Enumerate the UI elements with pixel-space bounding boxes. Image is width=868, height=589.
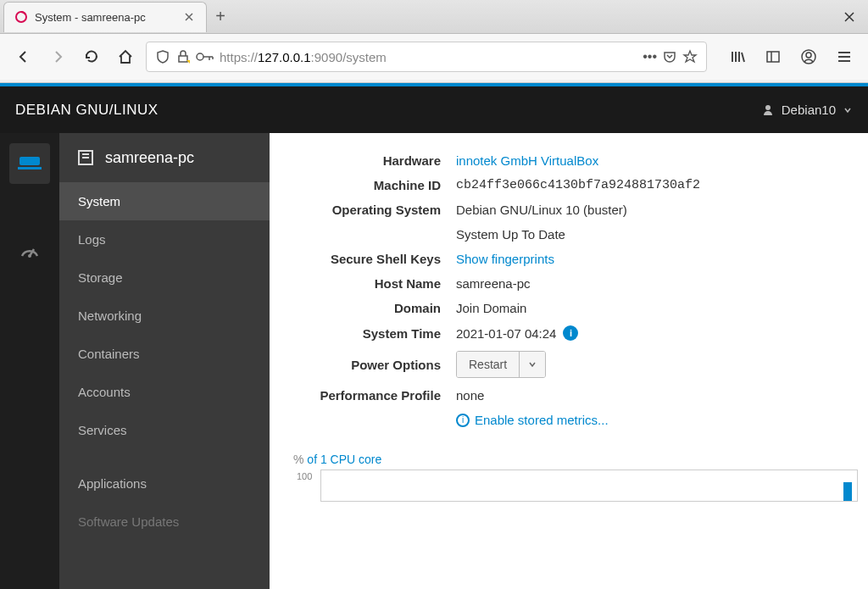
browser-tab[interactable]: System - samreena-pc — [3, 2, 207, 32]
perf-value[interactable]: none — [456, 388, 484, 403]
user-menu[interactable]: Debian10 — [761, 103, 853, 117]
window-close-button[interactable] — [841, 8, 858, 25]
hardware-value[interactable]: innotek GmbH VirtualBox — [456, 153, 598, 168]
svg-point-7 — [765, 105, 771, 110]
bookmark-star-icon[interactable] — [682, 49, 698, 64]
hostname-value[interactable]: samreena-pc — [456, 276, 531, 291]
os-label: Operating System — [270, 203, 456, 217]
user-icon — [761, 103, 775, 117]
sidebar-item-services[interactable]: Services — [59, 411, 270, 449]
svg-point-6 — [806, 53, 811, 58]
nav-bar: https://127.0.0.1:9090/system ••• — [0, 34, 868, 80]
machine-id-value: cb24ff3e066c4130bf7a924881730af2 — [456, 178, 700, 192]
domain-label: Domain — [270, 301, 456, 315]
server-icon — [76, 148, 95, 167]
key-icon[interactable] — [196, 51, 214, 63]
app-header: DEBIAN GNU/LINUX Debian10 — [0, 86, 868, 133]
tab-bar: System - samreena-pc + — [0, 0, 868, 34]
sidebar-item-logs[interactable]: Logs — [59, 220, 270, 258]
reload-button[interactable] — [78, 43, 105, 70]
shield-icon[interactable] — [155, 49, 170, 64]
rail-host-icon[interactable] — [9, 143, 50, 184]
url-bar[interactable]: https://127.0.0.1:9090/system ••• — [146, 42, 707, 72]
tab-close-button[interactable] — [182, 10, 196, 24]
power-dropdown-caret[interactable] — [519, 352, 545, 377]
ssh-fingerprints-link[interactable]: Show fingerprints — [456, 252, 554, 266]
machine-id-label: Machine ID — [270, 178, 456, 192]
toolbar-right — [714, 43, 858, 70]
ssh-label: Secure Shell Keys — [270, 252, 456, 266]
account-icon[interactable] — [795, 43, 822, 70]
new-tab-button[interactable]: + — [207, 3, 234, 31]
sidebar-item-networking[interactable]: Networking — [59, 297, 270, 335]
sidebar-hostname: samreena-pc — [105, 149, 194, 167]
hostname-label: Host Name — [270, 276, 456, 291]
svg-point-11 — [28, 254, 31, 258]
sidebar-item-updates[interactable]: Software Updates — [59, 503, 270, 541]
lock-warning-icon[interactable] — [175, 49, 191, 64]
url-text: https://127.0.0.1:9090/system — [220, 50, 637, 64]
app: DEBIAN GNU/LINUX Debian10 samreena-pc Sy… — [0, 83, 868, 589]
time-value[interactable]: 2021-01-07 04:24 i — [456, 325, 578, 341]
os-status: System Up To Date — [456, 227, 565, 242]
chart-title: % of 1 CPU core — [293, 453, 868, 466]
sidebar-toggle-icon[interactable] — [760, 43, 787, 70]
power-button-group: Restart — [456, 351, 546, 378]
svg-rect-8 — [19, 157, 40, 165]
svg-point-2 — [197, 53, 203, 60]
os-value: Debian GNU/Linux 10 (buster) — [456, 203, 627, 217]
sidebar-item-accounts[interactable]: Accounts — [59, 373, 270, 411]
back-button[interactable] — [10, 43, 37, 70]
info-circle-icon: i — [456, 414, 470, 427]
user-name: Debian10 — [782, 103, 836, 117]
chevron-down-icon — [843, 105, 853, 115]
info-icon[interactable]: i — [563, 325, 578, 341]
cpu-chart-bar — [843, 482, 852, 501]
sidebar-item-containers[interactable]: Containers — [59, 335, 270, 373]
restart-button[interactable]: Restart — [457, 352, 519, 377]
debian-favicon — [14, 10, 28, 24]
svg-rect-3 — [767, 52, 779, 62]
sidebar-item-storage[interactable]: Storage — [59, 258, 270, 297]
sidebar-header[interactable]: samreena-pc — [59, 133, 270, 182]
app-brand: DEBIAN GNU/LINUX — [15, 102, 159, 119]
perf-label: Performance Profile — [270, 388, 456, 403]
sidebar-item-applications[interactable]: Applications — [59, 464, 270, 503]
chart-ylabel: 100 — [297, 471, 312, 481]
menu-icon[interactable] — [831, 43, 858, 70]
enable-metrics-link[interactable]: i Enable stored metrics... — [456, 413, 609, 427]
library-icon[interactable] — [724, 43, 751, 70]
page-actions-icon[interactable]: ••• — [643, 49, 657, 64]
time-label: System Time — [270, 326, 456, 341]
main-content: Hardware innotek GmbH VirtualBox Machine… — [270, 133, 868, 589]
domain-value[interactable]: Join Domain — [456, 301, 526, 315]
cpu-chart[interactable] — [320, 470, 858, 502]
sidebar: samreena-pc System Logs Storage Networki… — [59, 133, 270, 589]
sidebar-item-system[interactable]: System — [59, 182, 270, 220]
icon-rail — [0, 133, 59, 589]
pocket-icon[interactable] — [662, 49, 677, 64]
power-label: Power Options — [270, 358, 456, 372]
cpu-chart-section: % of 1 CPU core 100 — [270, 453, 868, 502]
svg-rect-1 — [179, 56, 187, 62]
forward-button[interactable] — [44, 43, 71, 70]
browser-chrome: System - samreena-pc + — [0, 0, 868, 83]
app-body: samreena-pc System Logs Storage Networki… — [0, 133, 868, 589]
hardware-label: Hardware — [270, 153, 456, 168]
tab-title: System - samreena-pc — [35, 11, 175, 24]
rail-dashboard-icon[interactable] — [9, 231, 50, 272]
svg-rect-9 — [18, 167, 42, 169]
home-button[interactable] — [112, 43, 139, 70]
